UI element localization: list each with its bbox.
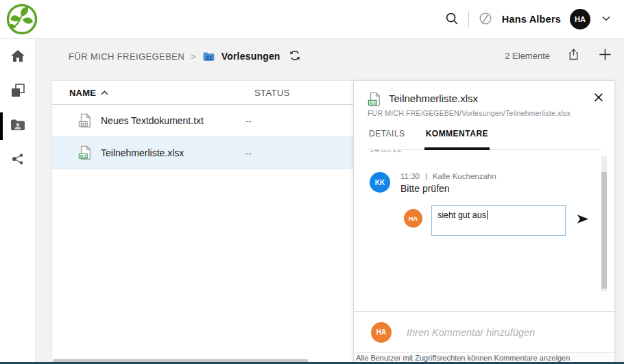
xls-file-icon: XLS	[78, 145, 92, 160]
file-status: --	[245, 116, 252, 126]
tab-details[interactable]: DETAILS	[368, 129, 407, 149]
comment-item: KK 11:30 | Kalle Kuchenzahn Bitte prüfen	[370, 172, 576, 194]
file-path: FUR MICH FREIGEGEBEN/Vorlesungen/Teilneh…	[354, 107, 614, 117]
column-header-name[interactable]: NAME	[69, 88, 96, 98]
user-name: Hans Albers	[502, 14, 561, 25]
sidebar-item-shared-with-me[interactable]	[0, 109, 35, 143]
sidebar-item-home[interactable]	[0, 40, 35, 75]
sort-ascending-icon	[101, 90, 108, 95]
reply-input-value: sieht gut aus	[437, 210, 486, 220]
comment-date-divider: 14.05.22	[370, 150, 614, 154]
upload-icon	[566, 47, 581, 64]
home-icon	[10, 48, 26, 67]
user-menu-button[interactable]	[599, 12, 613, 27]
search-icon	[444, 11, 459, 28]
file-name: Teilnehmerliste.xlsx	[101, 147, 184, 158]
comment-text: Bitte prüfen	[400, 183, 496, 194]
file-status: --	[245, 148, 252, 158]
details-panel: XLS Teilnehmerliste.xlsx FUR MICH FREIGE…	[353, 80, 615, 364]
close-icon	[594, 93, 603, 104]
topbar-divider	[468, 11, 469, 27]
send-arrow-icon	[577, 214, 589, 226]
share-upload-button[interactable]	[566, 47, 581, 64]
sidebar-item-share[interactable]	[0, 143, 35, 178]
brand-logo-icon	[5, 3, 38, 36]
xls-file-icon: XLS	[368, 92, 381, 107]
breadcrumb-current: Vorlesungen	[221, 51, 280, 62]
shared-folder-blue-icon	[202, 50, 215, 63]
folder-toolbar: 2 Elemente	[505, 47, 613, 64]
search-button[interactable]	[444, 11, 459, 28]
topbar: Hans Albers HA	[0, 0, 624, 39]
offline-files-button[interactable]	[478, 11, 493, 28]
comment-author: Kalle Kuchenzahn	[433, 172, 496, 180]
comments-scrollbar[interactable]	[601, 156, 607, 291]
comment-composer[interactable]: HA Ihren Kommentar hinzufügen	[354, 311, 614, 352]
column-header-status[interactable]: STATUS	[254, 88, 290, 98]
add-button[interactable]	[597, 47, 613, 64]
comments-area: 14.05.22 KK 11:30 | Kalle Kuchenzahn Bit…	[354, 150, 614, 311]
txt-file-label: TXT	[80, 123, 86, 126]
txt-file-icon: TXT	[78, 113, 92, 128]
breadcrumb: FÜR MICH FREIGEGEBEN > Vorlesungen	[69, 47, 301, 65]
comment-time: 11:30	[400, 172, 420, 180]
chevron-down-icon	[599, 12, 613, 27]
text-cursor	[487, 210, 488, 219]
xls-file-label: XLS	[80, 155, 87, 158]
sidebar-item-files[interactable]	[0, 75, 35, 109]
refresh-button[interactable]	[289, 49, 301, 64]
comment-meta-separator: |	[425, 172, 427, 180]
tab-kommentare[interactable]: KOMMENTARE	[424, 129, 490, 150]
close-panel-button[interactable]	[594, 93, 603, 104]
plus-icon	[597, 47, 613, 64]
panel-title: Teilnehmerliste.xlsx	[389, 93, 478, 104]
circle-slash-icon	[478, 11, 493, 28]
reply-row: HA sieht gut aus	[404, 205, 614, 236]
sidebar	[0, 39, 36, 364]
reply-input[interactable]: sieht gut aus	[431, 205, 566, 236]
scrollbar-thumb[interactable]	[601, 172, 607, 289]
user-avatar[interactable]: HA	[570, 9, 590, 29]
send-comment-button[interactable]	[577, 214, 589, 226]
breadcrumb-separator: >	[191, 51, 196, 62]
details-panel-header: XLS Teilnehmerliste.xlsx	[354, 81, 614, 107]
files-icon	[10, 82, 26, 101]
composer-avatar: HA	[371, 322, 392, 343]
share-nodes-icon	[10, 151, 25, 169]
items-count: 2 Elemente	[505, 51, 550, 61]
composer-placeholder: Ihren Kommentar hinzufügen	[407, 327, 535, 338]
reply-author-avatar: HA	[404, 209, 422, 228]
comment-author-avatar: KK	[370, 172, 390, 193]
content-area: FÜR MICH FREIGEGEBEN > Vorlesungen	[36, 39, 624, 364]
panel-tabs: DETAILS KOMMENTARE	[368, 129, 601, 150]
refresh-icon	[289, 49, 301, 64]
xls-file-label: XLS	[370, 101, 376, 105]
breadcrumb-parent-link[interactable]: FÜR MICH FREIGEGEBEN	[69, 51, 184, 62]
file-name: Neues Textdokument.txt	[101, 115, 204, 126]
shared-folder-icon	[10, 117, 26, 136]
